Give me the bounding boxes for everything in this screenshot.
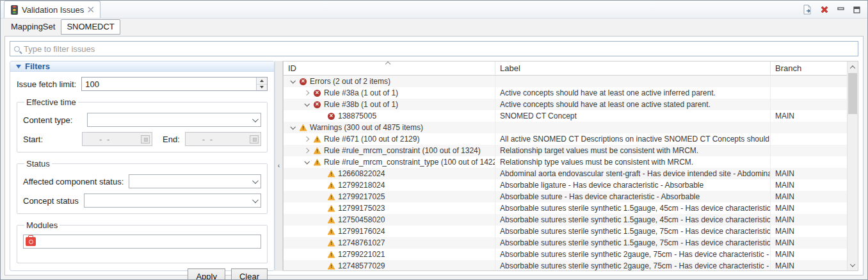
spinner-up-button[interactable] — [257, 78, 267, 84]
table-row[interactable]: !12799175023Absorbable sutures sterile s… — [284, 202, 847, 214]
warning-icon: ! — [326, 205, 337, 212]
column-header-label[interactable]: Label — [495, 62, 770, 75]
clear-button[interactable]: Clear — [231, 268, 268, 280]
tree-expander[interactable] — [301, 137, 312, 141]
concept-status-combo[interactable] — [84, 194, 261, 208]
error-icon: ✕ — [312, 101, 323, 108]
traffic-light-icon — [11, 5, 18, 15]
row-id-text: 12799175023 — [337, 204, 385, 213]
affected-component-status-label: Affected component status: — [23, 177, 124, 186]
table-body: ✕Errors (2 out of 2 items)✕Rule #38a (1 … — [284, 76, 847, 270]
maximize-icon[interactable] — [853, 6, 861, 14]
view-toolbar — [803, 4, 861, 15]
row-branch-text — [770, 87, 847, 99]
calendar-icon[interactable] — [250, 135, 259, 144]
close-view-icon[interactable]: ⛌ — [88, 5, 93, 14]
column-header-id[interactable]: ID — [284, 62, 495, 75]
issue-fetch-limit-spinner[interactable] — [81, 77, 268, 91]
issue-fetch-limit-input[interactable] — [82, 78, 256, 90]
tab-mappingset[interactable]: MappingSet — [5, 19, 61, 35]
table-row[interactable]: !Rule #rule_mrcm_constraint_type (100 ou… — [284, 156, 847, 168]
table-row[interactable]: !12748761027Absorbable sutures sterile s… — [284, 237, 847, 249]
spinner-down-button[interactable] — [257, 84, 267, 91]
table-row[interactable]: !12799217025Absorbable suture - Has devi… — [284, 191, 847, 202]
arrow-up-icon — [260, 79, 264, 82]
row-id-text: 12750458020 — [337, 215, 385, 224]
content-area: Filters Issue fetch limit: — [4, 36, 864, 276]
end-date-field[interactable]: - - — [185, 132, 261, 146]
row-branch-text — [770, 99, 847, 110]
vertical-scrollbar[interactable] — [847, 62, 858, 270]
row-label-text: Absorbable sutures sterile synthetic 1.5… — [495, 226, 770, 237]
table-row[interactable]: !12660822024Abdominal aorta endovascular… — [284, 168, 847, 179]
table-row[interactable]: ✕138875005SNOMED CT ConceptMAIN — [284, 110, 847, 122]
scrollbar-thumb[interactable] — [848, 73, 857, 114]
warning-icon: ! — [312, 147, 323, 154]
tree-expander[interactable] — [287, 79, 298, 83]
table-row[interactable]: !12799176024Absorbable sutures sterile s… — [284, 226, 847, 237]
row-branch-text: MAIN — [770, 260, 847, 270]
table-row[interactable]: !Rule #671 (100 out of 2129)All active S… — [284, 133, 847, 145]
table-row[interactable]: ✕Rule #38a (1 out of 1)Active concepts s… — [284, 87, 847, 99]
table-row[interactable]: !12750458020Absorbable sutures sterile s… — [284, 214, 847, 226]
row-label-text: Relationship type values must be consist… — [495, 156, 770, 168]
row-branch-text — [770, 133, 847, 145]
issues-table: ID Label Branch ✕Errors (2 out of 2 item… — [283, 61, 858, 271]
row-id-text: Errors (2 out of 2 items) — [309, 77, 390, 86]
table-row[interactable]: !Rule #rule_mrcm_constraint (100 out of … — [284, 145, 847, 156]
start-date-field[interactable]: - - — [82, 132, 152, 146]
table-row[interactable]: !12799218024Absorbable ligature - Has de… — [284, 179, 847, 191]
collapse-left-icon[interactable]: ‹ — [278, 163, 280, 169]
row-label-text: Absorbable suture - Has device character… — [495, 191, 770, 202]
apply-button[interactable]: Apply — [188, 268, 225, 280]
view-tab-validation-issues[interactable]: Validation Issues ⛌ — [4, 1, 100, 18]
row-id-text: Warnings (300 out of 4875 items) — [309, 123, 423, 132]
error-icon: ✕ — [312, 90, 323, 97]
table-row[interactable]: ✕Errors (2 out of 2 items) — [284, 76, 847, 87]
chevron-down-icon — [252, 116, 259, 122]
modules-field[interactable] — [23, 235, 261, 249]
row-branch-text: MAIN — [770, 191, 847, 202]
view-title: Validation Issues — [22, 5, 84, 15]
page-tabbar: MappingSet SNOMEDCT — [1, 19, 867, 35]
row-label-text: Absorbable ligature - Has device charact… — [495, 179, 770, 191]
minimize-icon[interactable] — [837, 6, 845, 14]
row-label-text: Active concepts should have at least one… — [495, 87, 770, 99]
row-label-text: Relationship target values must be consi… — [495, 145, 770, 156]
filter-searchbox[interactable] — [10, 41, 858, 56]
filters-section-header[interactable]: Filters — [10, 62, 274, 72]
row-label-text — [495, 122, 770, 133]
warning-icon: ! — [326, 217, 337, 224]
table-row[interactable]: !12748577029Absorbable sutures sterile s… — [284, 260, 847, 270]
content-type-combo[interactable] — [87, 113, 261, 127]
content-type-label: Content type: — [23, 115, 82, 125]
warning-icon: ! — [326, 263, 337, 270]
calendar-icon[interactable] — [141, 135, 150, 144]
export-log-icon[interactable] — [803, 4, 812, 15]
scroll-up-button[interactable] — [848, 62, 858, 72]
affected-component-status-combo[interactable] — [129, 174, 261, 188]
panel-sash[interactable]: ‹ — [275, 61, 283, 271]
warning-icon: ! — [326, 228, 337, 235]
column-header-branch[interactable]: Branch — [770, 62, 847, 75]
search-input[interactable] — [24, 44, 854, 54]
row-id-text: 12799176024 — [337, 227, 385, 236]
table-row[interactable]: ✕Rule #38b (1 out of 1)Active concepts s… — [284, 99, 847, 110]
tree-expander[interactable] — [287, 126, 298, 129]
tab-snomedct[interactable]: SNOMEDCT — [61, 19, 120, 35]
row-id-text: 12660822024 — [337, 169, 385, 178]
row-label-text: Absorbable sutures sterile synthetic 1.5… — [495, 237, 770, 249]
tree-expander[interactable] — [301, 103, 312, 106]
tree-expander[interactable] — [301, 91, 312, 95]
concept-status-label: Concept status — [23, 196, 79, 206]
table-row[interactable]: !12799221021Absorbable sutures sterile s… — [284, 249, 847, 260]
row-id-text: 12748761027 — [337, 238, 385, 247]
tree-expander[interactable] — [301, 149, 312, 152]
chevron-down-icon — [252, 177, 259, 184]
warning-icon: ! — [326, 240, 337, 247]
tree-expander[interactable] — [301, 160, 312, 164]
scroll-down-button[interactable] — [848, 259, 858, 270]
delete-all-icon[interactable] — [820, 5, 829, 14]
row-label-text — [495, 76, 770, 87]
table-row[interactable]: !Warnings (300 out of 4875 items) — [284, 122, 847, 133]
